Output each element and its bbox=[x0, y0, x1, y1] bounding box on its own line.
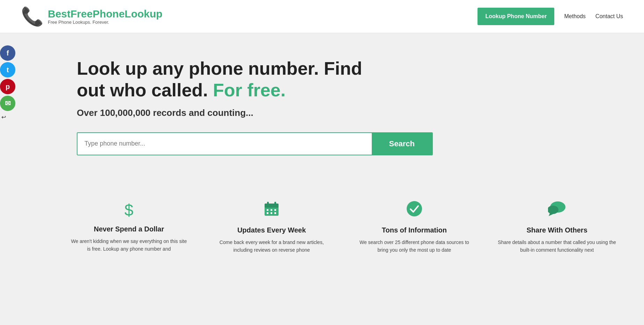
pinterest-button[interactable]: p bbox=[0, 79, 15, 94]
email-icon: ✉ bbox=[5, 99, 11, 108]
hero-subtitle: Over 100,000,000 records and counting... bbox=[77, 108, 623, 118]
feature-desc-0: We aren't kidding when we say everything… bbox=[70, 237, 188, 253]
svg-rect-4 bbox=[267, 209, 268, 211]
feature-desc-2: We search over 25 different phone data s… bbox=[355, 238, 474, 254]
logo-tagline: Free Phone Lookups. Forever. bbox=[48, 20, 162, 25]
svg-rect-3 bbox=[274, 202, 276, 205]
feature-item-3: Share With Others Share details about a … bbox=[491, 197, 623, 258]
feature-title-0: Never Spend a Dollar bbox=[94, 225, 164, 233]
feature-item-0: $ Never Spend a Dollar We aren't kidding… bbox=[63, 197, 195, 258]
feature-title-2: Tons of Information bbox=[382, 226, 447, 234]
feature-title-1: Updates Every Week bbox=[237, 226, 306, 234]
feature-item-2: Tons of Information We search over 25 di… bbox=[348, 197, 481, 258]
feature-item-1: Updates Every Week Come back every week … bbox=[206, 197, 338, 258]
methods-link[interactable]: Methods bbox=[564, 13, 585, 20]
facebook-button[interactable]: f bbox=[0, 45, 15, 61]
svg-rect-5 bbox=[271, 209, 272, 211]
feature-desc-1: Come back every week for a brand new art… bbox=[213, 238, 331, 254]
features-section: $ Never Spend a Dollar We aren't kidding… bbox=[0, 176, 644, 272]
dollar-icon: $ bbox=[125, 201, 134, 220]
svg-rect-8 bbox=[271, 212, 272, 214]
logo-text: BestFreePhoneLookup Free Phone Lookups. … bbox=[48, 8, 162, 25]
chat-icon bbox=[548, 201, 566, 221]
svg-rect-1 bbox=[265, 204, 279, 208]
feature-title-3: Share With Others bbox=[526, 226, 587, 234]
svg-rect-7 bbox=[267, 212, 268, 214]
hero-title-highlight: For free. bbox=[213, 80, 286, 100]
lookup-phone-button[interactable]: Lookup Phone Number bbox=[478, 8, 554, 25]
nav-area: Lookup Phone Number Methods Contact Us bbox=[478, 8, 623, 25]
logo-green: Phone bbox=[92, 8, 125, 20]
search-button[interactable]: Search bbox=[372, 133, 432, 155]
search-input[interactable] bbox=[77, 133, 372, 155]
svg-rect-9 bbox=[274, 212, 276, 214]
logo-brand: BestFreePhoneLookup bbox=[48, 8, 162, 20]
social-arrow: ↩ bbox=[0, 114, 15, 120]
calendar-icon bbox=[264, 201, 280, 221]
pinterest-icon: p bbox=[6, 83, 10, 91]
email-button[interactable]: ✉ bbox=[0, 96, 15, 111]
logo-area: 📞 BestFreePhoneLookup Free Phone Lookups… bbox=[21, 7, 162, 25]
svg-rect-2 bbox=[267, 202, 269, 205]
hero-title: Look up any phone number. Find out who c… bbox=[77, 58, 391, 101]
hero-section: Look up any phone number. Find out who c… bbox=[0, 33, 644, 176]
logo-prefix: BestFree bbox=[48, 8, 92, 20]
phone-icon: 📞 bbox=[21, 7, 44, 25]
twitter-button[interactable]: t bbox=[0, 62, 15, 77]
twitter-icon: t bbox=[7, 66, 9, 74]
feature-desc-3: Share details about a number that called… bbox=[498, 238, 616, 254]
checkmark-icon bbox=[406, 201, 422, 221]
search-bar: Search bbox=[77, 132, 433, 155]
svg-point-10 bbox=[407, 201, 422, 216]
contact-link[interactable]: Contact Us bbox=[595, 13, 623, 20]
social-sidebar: f t p ✉ ↩ bbox=[0, 45, 15, 120]
svg-rect-6 bbox=[274, 209, 276, 211]
header: 📞 BestFreePhoneLookup Free Phone Lookups… bbox=[0, 0, 644, 33]
facebook-icon: f bbox=[7, 49, 9, 57]
logo-suffix: Lookup bbox=[125, 8, 162, 20]
